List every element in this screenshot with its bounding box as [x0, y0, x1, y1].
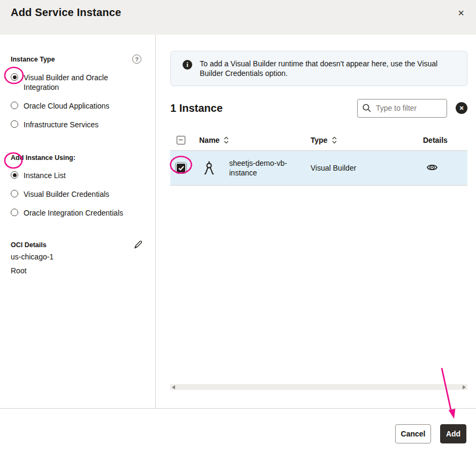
column-header-type[interactable]: Type	[311, 136, 328, 144]
radio-icon	[11, 190, 18, 197]
sidebar: Instance Type ? Visual Builder and Oracl…	[0, 35, 156, 408]
table-row[interactable]: sheetjs-demo-vb-instance Visual Builder	[170, 151, 467, 186]
add-instance-using-label: Add Instance Using:	[11, 154, 75, 162]
search-icon	[362, 103, 372, 113]
visual-builder-compass-icon	[204, 161, 214, 175]
instance-type-label: Instance Type	[11, 56, 55, 63]
radio-oracle-cloud-applications[interactable]: Oracle Cloud Applications	[11, 101, 145, 111]
radio-visual-builder-and-oracle-integration[interactable]: Visual Builder and Oracle Integration	[11, 73, 145, 92]
main-panel: i To add a Visual Builder runtime that d…	[156, 35, 476, 408]
dialog-title: Add Service Instance	[11, 6, 121, 19]
instance-name: sheetjs-demo-vb-instance	[229, 158, 297, 178]
filter-search-box[interactable]	[357, 99, 447, 118]
radio-icon	[11, 209, 18, 216]
oci-compartment-value: Root	[11, 264, 145, 277]
oci-details-label: OCI Details	[11, 241, 47, 249]
eye-icon[interactable]	[426, 162, 438, 173]
radio-icon	[11, 73, 18, 81]
edit-pencil-icon[interactable]	[133, 240, 142, 249]
radio-label: Infrastructure Services	[24, 120, 99, 129]
table-header-row: Name Type Details	[170, 129, 467, 151]
add-button[interactable]: Add	[440, 424, 466, 443]
scroll-right-icon[interactable]	[463, 385, 466, 389]
sort-icon[interactable]	[331, 136, 337, 144]
radio-icon	[11, 171, 18, 179]
filter-input[interactable]	[376, 104, 439, 112]
select-all-checkbox[interactable]	[177, 136, 185, 144]
row-checkbox[interactable]	[177, 164, 185, 172]
info-icon: i	[183, 60, 192, 70]
clear-filter-icon[interactable]: ✕	[456, 102, 467, 114]
horizontal-scrollbar[interactable]	[170, 384, 467, 390]
radio-infrastructure-services[interactable]: Infrastructure Services	[11, 120, 145, 129]
instance-type: Visual Builder	[311, 164, 423, 172]
info-banner-text: To add a Visual Builder runtime that doe…	[200, 59, 456, 78]
radio-instance-list[interactable]: Instance List	[11, 171, 145, 180]
radio-label: Visual Builder and Oracle Integration	[24, 73, 131, 92]
column-header-name[interactable]: Name	[199, 136, 220, 144]
radio-label: Oracle Cloud Applications	[24, 101, 109, 111]
scroll-left-icon[interactable]	[172, 385, 175, 389]
cancel-button[interactable]: Cancel	[395, 424, 431, 443]
radio-label: Instance List	[24, 171, 66, 180]
radio-label: Visual Builder Credentials	[24, 189, 109, 199]
instance-table: Name Type Details	[170, 129, 467, 186]
radio-oracle-integration-credentials[interactable]: Oracle Integration Credentials	[11, 208, 145, 218]
oci-region-value: us-chicago-1	[11, 250, 145, 263]
radio-icon	[11, 120, 18, 128]
radio-visual-builder-credentials[interactable]: Visual Builder Credentials	[11, 189, 145, 199]
instance-count-heading: 1 Instance	[170, 102, 223, 114]
radio-label: Oracle Integration Credentials	[24, 208, 123, 218]
help-icon[interactable]: ?	[132, 55, 141, 64]
sort-icon[interactable]	[223, 136, 229, 144]
footer: Cancel Add	[0, 409, 476, 452]
info-banner: i To add a Visual Builder runtime that d…	[170, 51, 467, 86]
dialog-header: Add Service Instance ×	[0, 0, 476, 35]
radio-icon	[11, 102, 18, 109]
close-icon[interactable]: ×	[455, 6, 467, 19]
column-header-details: Details	[423, 136, 448, 144]
